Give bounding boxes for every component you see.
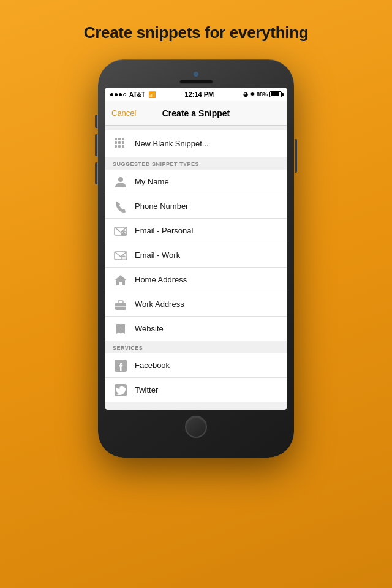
volume-down-button — [95, 162, 97, 184]
phone-shell: AT&T 📶 12:14 PM ◕ ✱ 88% Cancel Create a … — [98, 59, 294, 458]
blank-snippet-icon — [113, 136, 129, 152]
carrier-label: AT&T — [129, 91, 145, 98]
twitter-icon — [113, 382, 129, 398]
navigation-bar: Cancel Create a Snippet — [105, 101, 287, 126]
svg-rect-7 — [118, 145, 121, 148]
twitter-label: Twitter — [135, 385, 158, 394]
svg-rect-3 — [115, 141, 117, 144]
power-button — [295, 139, 297, 173]
list-item-my-name[interactable]: My Name — [105, 170, 287, 194]
battery-fill — [271, 92, 279, 96]
list-item-home-address[interactable]: Home Address — [105, 268, 287, 292]
battery-icon — [270, 91, 282, 97]
list-item-facebook[interactable]: Facebook — [105, 353, 287, 378]
list-item-phone-number[interactable]: Phone Number — [105, 194, 287, 219]
services-section: SERVICES Facebook — [105, 341, 287, 402]
new-blank-label: New Blank Snippet... — [135, 139, 209, 148]
new-blank-item[interactable]: New Blank Snippet... — [105, 130, 287, 157]
facebook-icon — [113, 358, 129, 374]
signal-dots — [110, 93, 126, 96]
svg-rect-0 — [115, 138, 117, 140]
email-work-label: Email - Work — [135, 251, 180, 260]
work-address-label: Work Address — [135, 300, 184, 309]
website-label: Website — [135, 324, 164, 333]
bluetooth-icon: ✱ — [250, 91, 255, 97]
list-item-email-personal[interactable]: Email - Personal — [105, 219, 287, 243]
home-address-label: Home Address — [135, 275, 187, 284]
email-work-icon — [113, 247, 129, 263]
list-item-twitter[interactable]: Twitter — [105, 378, 287, 402]
svg-marker-16 — [115, 275, 126, 285]
home-icon — [113, 272, 129, 288]
status-bar: AT&T 📶 12:14 PM ◕ ✱ 88% — [105, 88, 287, 101]
svg-rect-15 — [123, 255, 125, 257]
email-personal-label: Email - Personal — [135, 226, 193, 235]
my-name-label: My Name — [135, 177, 169, 186]
phone-screen: AT&T 📶 12:14 PM ◕ ✱ 88% Cancel Create a … — [105, 88, 287, 410]
battery-percent: 88% — [257, 91, 268, 97]
status-right: ◕ ✱ 88% — [243, 91, 282, 97]
briefcase-icon — [113, 296, 129, 312]
svg-rect-1 — [118, 138, 121, 140]
phone-device: AT&T 📶 12:14 PM ◕ ✱ 88% Cancel Create a … — [98, 59, 294, 531]
volume-up-button — [95, 134, 97, 156]
phone-top-bar — [105, 67, 287, 88]
list-item-work-address[interactable]: Work Address — [105, 292, 287, 317]
list-item-website[interactable]: Website — [105, 317, 287, 341]
svg-rect-14 — [121, 257, 126, 260]
wifi-icon: 📶 — [148, 91, 156, 98]
facebook-label: Facebook — [135, 361, 170, 370]
speaker — [179, 80, 213, 84]
svg-rect-8 — [122, 145, 124, 148]
cancel-button[interactable]: Cancel — [111, 108, 136, 118]
front-camera — [194, 72, 198, 77]
suggested-section: SUGGESTED SNIPPET TYPES My Name — [105, 157, 287, 341]
svg-rect-6 — [115, 145, 117, 148]
person-icon — [113, 174, 129, 190]
location-icon: ◕ — [243, 91, 248, 97]
page-title: Create snippets for everything — [84, 23, 309, 42]
svg-rect-2 — [122, 138, 124, 140]
phone-icon — [113, 198, 129, 214]
phone-number-label: Phone Number — [135, 202, 188, 211]
book-icon — [113, 321, 129, 337]
list-item-email-work[interactable]: Email - Work — [105, 243, 287, 268]
svg-point-9 — [118, 177, 123, 182]
phone-bottom — [105, 410, 287, 444]
nav-title: Create a Snippet — [162, 108, 230, 118]
svg-rect-18 — [118, 301, 123, 303]
email-personal-icon — [113, 223, 129, 239]
mute-button — [95, 115, 97, 128]
services-section-header: SERVICES — [105, 341, 287, 353]
svg-rect-4 — [118, 141, 121, 144]
status-left: AT&T 📶 — [110, 91, 156, 98]
svg-rect-5 — [122, 141, 124, 144]
status-time: 12:14 PM — [185, 91, 214, 98]
suggested-section-header: SUGGESTED SNIPPET TYPES — [105, 157, 287, 170]
home-button[interactable] — [185, 416, 207, 438]
list-content: New Blank Snippet... SUGGESTED SNIPPET T… — [105, 126, 287, 402]
